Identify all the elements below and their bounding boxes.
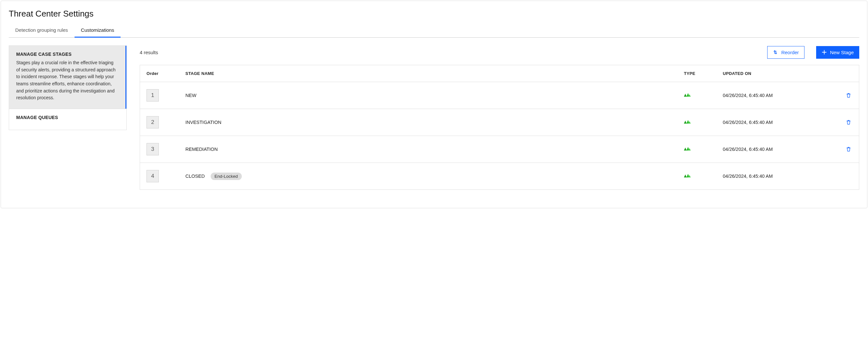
cell-stage-name: NEW xyxy=(185,93,684,98)
table-row[interactable]: 3 REMEDIATION 04/26/2024, 6:45:40 AM xyxy=(140,136,859,163)
cell-stage-name: CLOSED End-Locked xyxy=(185,173,684,180)
table-header: Order STAGE NAME TYPE UPDATED ON xyxy=(140,65,859,82)
cell-updated-on: 04/26/2024, 6:45:40 AM xyxy=(723,174,833,179)
page-title: Threat Center Settings xyxy=(9,9,859,19)
order-chip: 1 xyxy=(147,89,159,101)
stage-name-text: CLOSED xyxy=(185,174,205,179)
plus-icon xyxy=(822,50,827,55)
col-type: TYPE xyxy=(684,71,723,76)
col-stage-name: STAGE NAME xyxy=(185,71,684,76)
cell-stage-name: INVESTIGATION xyxy=(185,120,684,125)
table-row[interactable]: 4 CLOSED End-Locked 04/26/2024, 6:45:40 … xyxy=(140,163,859,189)
col-order: Order xyxy=(147,71,185,76)
tab-customizations[interactable]: Customizations xyxy=(74,24,121,38)
side-section-title: MANAGE CASE STAGES xyxy=(16,52,118,57)
side-section-manage-case-stages[interactable]: MANAGE CASE STAGES Stages play a crucial… xyxy=(9,46,126,109)
order-chip: 4 xyxy=(147,170,159,182)
cell-order: 4 xyxy=(147,170,185,182)
col-updated-on: UPDATED ON xyxy=(723,71,833,76)
order-chip: 3 xyxy=(147,143,159,155)
stages-table: Order STAGE NAME TYPE UPDATED ON 1 NEW xyxy=(140,65,859,190)
stage-name-text: INVESTIGATION xyxy=(185,120,221,125)
cell-actions xyxy=(833,91,852,99)
cell-order: 3 xyxy=(147,143,185,155)
delete-row-button[interactable] xyxy=(845,145,852,153)
page-frame: Threat Center Settings Detection groupin… xyxy=(1,1,867,208)
reorder-icon xyxy=(773,50,778,55)
cell-stage-name: REMEDIATION xyxy=(185,147,684,152)
trash-icon xyxy=(846,93,851,98)
sumo-logic-icon xyxy=(684,173,689,178)
delete-row-button[interactable] xyxy=(845,91,852,99)
cell-type xyxy=(684,119,723,125)
cell-order: 1 xyxy=(147,89,185,101)
main-area: 4 results Reorder xyxy=(140,46,859,190)
reorder-button[interactable]: Reorder xyxy=(767,46,804,59)
cell-type xyxy=(684,146,723,152)
sumo-logic-icon xyxy=(684,119,689,124)
tab-label: Detection grouping rules xyxy=(15,27,68,33)
table-row[interactable]: 2 INVESTIGATION 04/26/2024, 6:45:40 AM xyxy=(140,109,859,136)
cell-updated-on: 04/26/2024, 6:45:40 AM xyxy=(723,93,833,98)
new-stage-button-label: New Stage xyxy=(830,50,854,55)
cell-type xyxy=(684,92,723,98)
sumo-logic-icon xyxy=(684,92,689,98)
sumo-logic-icon xyxy=(684,146,689,151)
toolbar-buttons: Reorder New Stage xyxy=(767,46,859,59)
tabs: Detection grouping rules Customizations xyxy=(9,24,859,38)
order-chip: 2 xyxy=(147,116,159,128)
side-section-manage-queues[interactable]: MANAGE QUEUES xyxy=(9,109,126,130)
cell-type xyxy=(684,173,723,179)
new-stage-button[interactable]: New Stage xyxy=(816,46,859,59)
cell-actions xyxy=(833,118,852,126)
reorder-button-label: Reorder xyxy=(781,50,799,55)
cell-order: 2 xyxy=(147,116,185,128)
tab-detection-rules[interactable]: Detection grouping rules xyxy=(9,24,74,38)
cell-updated-on: 04/26/2024, 6:45:40 AM xyxy=(723,147,833,152)
trash-icon xyxy=(846,147,851,152)
table-row[interactable]: 1 NEW 04/26/2024, 6:45:40 AM xyxy=(140,82,859,109)
toolbar: 4 results Reorder xyxy=(140,46,859,59)
trash-icon xyxy=(846,120,851,125)
side-section-desc: Stages play a crucial role in the effect… xyxy=(16,59,118,101)
results-count: 4 results xyxy=(140,50,158,55)
side-panel: MANAGE CASE STAGES Stages play a crucial… xyxy=(9,46,127,130)
side-section-title: MANAGE QUEUES xyxy=(16,115,119,120)
cell-actions xyxy=(833,145,852,153)
stage-name-text: REMEDIATION xyxy=(185,147,218,152)
content-row: MANAGE CASE STAGES Stages play a crucial… xyxy=(9,46,859,190)
cell-updated-on: 04/26/2024, 6:45:40 AM xyxy=(723,120,833,125)
stage-badge: End-Locked xyxy=(211,173,242,180)
tab-label: Customizations xyxy=(81,27,115,33)
stage-name-text: NEW xyxy=(185,93,196,98)
delete-row-button[interactable] xyxy=(845,118,852,126)
